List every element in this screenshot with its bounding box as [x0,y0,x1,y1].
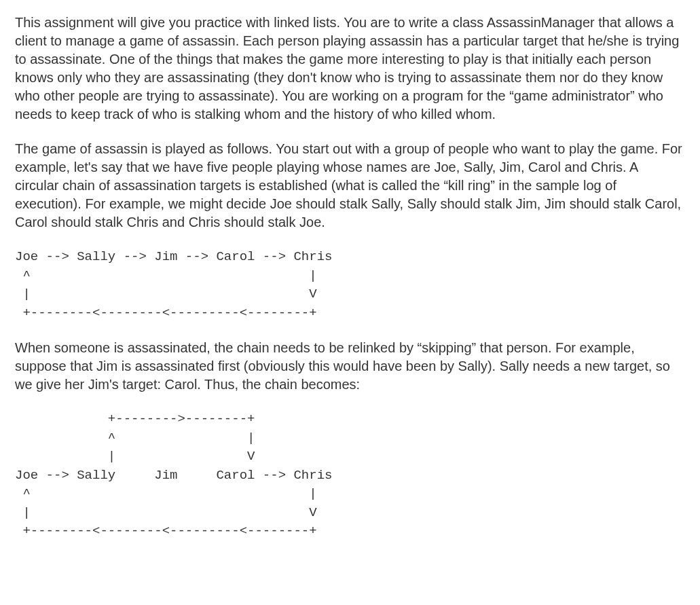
relink-paragraph: When someone is assassinated, the chain … [15,339,685,394]
kill-ring-diagram-after: +-------->--------+ ^ | | V Joe --> Sall… [15,410,685,541]
intro-paragraph: This assignment will give you practice w… [15,14,685,124]
kill-ring-diagram-initial: Joe --> Sally --> Jim --> Carol --> Chri… [15,248,685,323]
gameplay-paragraph: The game of assassin is played as follow… [15,140,685,232]
